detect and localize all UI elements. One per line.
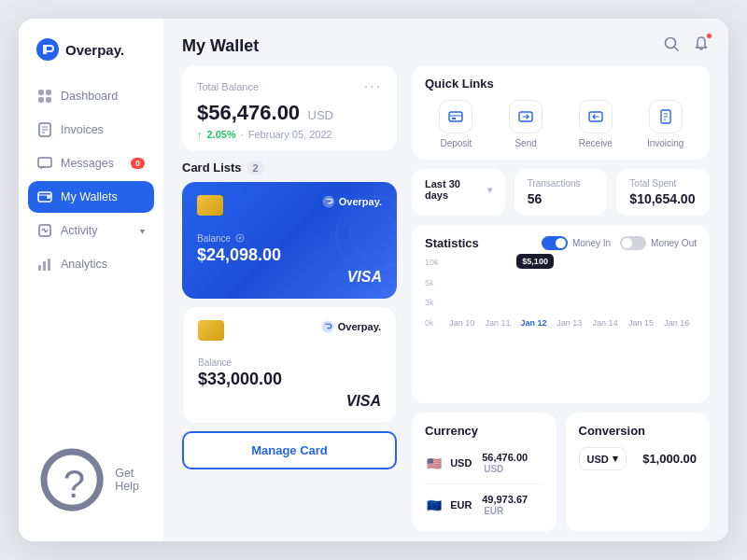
messages-icon — [37, 156, 52, 171]
balance-header: Total Balance ··· — [197, 78, 382, 95]
label-jan12: Jan 12 — [520, 318, 546, 328]
receive-icon — [587, 108, 604, 125]
quick-links-card: Quick Links Deposit — [412, 65, 710, 160]
card-balance-label: Balance — [197, 232, 382, 244]
statistics-card: Statistics Money In — [412, 225, 710, 403]
logo: Overpay. — [19, 37, 163, 80]
period-stats-row: Last 30 days ▾ Transactions 56 Total Spe… — [412, 169, 710, 216]
total-spent-label: Total Spent — [629, 178, 697, 189]
quick-link-receive[interactable]: Receive — [565, 100, 627, 148]
card-list-header: Card Lists 2 — [182, 161, 397, 175]
label-jan10: Jan 10 — [449, 318, 474, 328]
quick-link-invoicing[interactable]: Invoicing — [634, 100, 697, 148]
conversion-from-select[interactable]: USD ▾ — [579, 447, 627, 470]
svg-rect-31 — [449, 112, 462, 121]
sidebar-nav: Dashboard Invoices Messages 0 — [19, 80, 163, 427]
svg-rect-17 — [38, 265, 41, 271]
balance-menu-button[interactable]: ··· — [364, 78, 382, 95]
receive-label: Receive — [579, 138, 613, 148]
bottom-row: Currency 🇺🇸 USD 56,476.00 USD 🇪🇺 EUR 49,… — [412, 413, 710, 532]
total-spent-box: Total Spent $10,654.00 — [616, 169, 710, 216]
page-title: My Wallet — [182, 36, 259, 56]
label-jan14: Jan 14 — [593, 318, 618, 328]
usd-code: USD — [484, 464, 503, 474]
svg-rect-9 — [38, 158, 51, 167]
activity-icon — [37, 223, 52, 238]
currency-usd: 🇺🇸 USD 56,476.00 USD — [425, 447, 543, 479]
eur-flag: 🇪🇺 — [425, 495, 443, 515]
card-list-section: Card Lists 2 — [182, 161, 397, 469]
currency-title: Currency — [425, 424, 543, 438]
money-out-knob — [622, 238, 632, 248]
sidebar-item-messages[interactable]: Messages 0 — [28, 147, 154, 179]
card-2-brand-icon — [321, 320, 334, 333]
svg-text:?: ? — [63, 461, 85, 505]
svg-rect-1 — [38, 90, 44, 95]
eye-icon — [234, 232, 246, 244]
search-button[interactable] — [663, 35, 680, 56]
change-percent: 2.05% — [207, 129, 236, 140]
main-content: My Wallet — [163, 19, 728, 541]
money-in-toggle[interactable]: Money In — [542, 236, 611, 250]
quick-link-deposit[interactable]: Deposit — [425, 100, 487, 148]
invoicing-icon — [657, 108, 674, 125]
chart-col-jan12: Jan 12 — [517, 315, 549, 328]
quick-links-title: Quick Links — [425, 77, 697, 91]
messages-label: Messages — [61, 157, 114, 170]
change-date-text: February 05, 2022 — [248, 129, 332, 140]
sidebar: Overpay. Dashboard Invoices — [19, 19, 163, 541]
money-out-toggle[interactable]: Money Out — [620, 236, 697, 250]
currency-eur: 🇪🇺 EUR 49,973.67 EUR — [425, 489, 543, 521]
transactions-value: 56 — [528, 191, 595, 206]
chart-col-jan13: Jan 13 — [554, 315, 585, 328]
sidebar-item-my-wallets[interactable]: My Wallets — [28, 181, 154, 213]
manage-card-button[interactable]: Manage Card — [182, 431, 397, 469]
sidebar-item-analytics[interactable]: Analytics — [28, 248, 154, 280]
card-2-chip — [198, 320, 224, 341]
y-label-10k: 10k — [425, 258, 439, 267]
conversion-card: Conversion USD ▾ $1,000.00 — [566, 413, 711, 532]
statistics-title: Statistics — [425, 236, 479, 250]
dashboard-label: Dashboard — [61, 90, 118, 103]
money-in-switch[interactable] — [542, 236, 568, 250]
card-2-brand-name: Overpay. — [338, 321, 381, 332]
quick-link-send[interactable]: Send — [495, 100, 557, 148]
money-out-label: Money Out — [651, 238, 697, 248]
svg-point-29 — [239, 237, 242, 240]
invoices-label: Invoices — [61, 123, 104, 136]
notification-button[interactable] — [693, 35, 710, 56]
chart-col-jan16: Jan 16 — [661, 315, 693, 328]
analytics-label: Analytics — [61, 258, 107, 271]
card-chip — [197, 195, 223, 216]
receive-icon-box — [579, 100, 613, 133]
invoicing-icon-box — [649, 100, 683, 133]
balance-change: ↑ 2.05% · February 05, 2022 — [197, 129, 382, 140]
card-2-balance-amount: $33,000.00 — [198, 370, 381, 389]
analytics-icon — [37, 257, 52, 272]
money-out-switch[interactable] — [620, 236, 646, 250]
chart-area: 10k 5k 3k 0k $5,100 Jan 10 — [425, 258, 697, 328]
help-icon: ? — [37, 445, 106, 514]
y-label-5k: 5k — [425, 278, 439, 287]
sidebar-item-dashboard[interactable]: Dashboard — [28, 80, 154, 112]
card-2-logo: Overpay. — [321, 320, 381, 333]
svg-rect-18 — [43, 261, 46, 271]
usd-name: USD — [450, 457, 474, 469]
sidebar-item-activity[interactable]: Activity ▾ — [28, 215, 154, 246]
deposit-icon-box — [439, 100, 472, 133]
get-help-item[interactable]: ? Get Help — [28, 437, 154, 523]
messages-badge: 0 — [131, 158, 145, 169]
activity-label: Activity — [61, 224, 98, 237]
svg-rect-4 — [46, 97, 51, 103]
logo-icon — [35, 37, 60, 62]
conversion-row: USD ▾ $1,000.00 — [579, 447, 698, 470]
change-date: · — [241, 129, 244, 140]
sidebar-item-invoices[interactable]: Invoices — [28, 114, 154, 146]
period-selector[interactable]: Last 30 days ▾ — [425, 178, 492, 201]
svg-point-30 — [321, 321, 333, 333]
y-label-3k: 3k — [425, 298, 439, 307]
y-label-0k: 0k — [425, 318, 439, 328]
balance-amount-row: $56,476.00 USD — [197, 101, 382, 125]
chart-col-jan11: Jan 11 — [482, 315, 514, 328]
sidebar-bottom: ? Get Help — [19, 427, 163, 523]
